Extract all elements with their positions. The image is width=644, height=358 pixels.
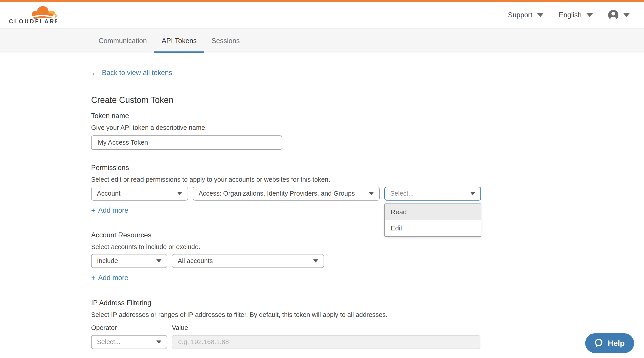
- tab-label: Communication: [98, 37, 147, 45]
- tab-api-tokens[interactable]: API Tokens: [154, 29, 204, 53]
- plus-icon: +: [91, 274, 95, 281]
- operator-label: Operator: [91, 324, 172, 331]
- account-resources-add-more-link[interactable]: + Add more: [91, 274, 128, 282]
- ip-operator-select[interactable]: Select...: [91, 335, 167, 349]
- tab-label: Sessions: [212, 37, 240, 45]
- resource-mode-value: Include: [97, 257, 118, 265]
- account-menu[interactable]: [608, 10, 630, 20]
- permissions-heading: Permissions: [91, 164, 644, 172]
- resource-accounts-value: All accounts: [178, 257, 213, 265]
- support-menu[interactable]: Support: [508, 11, 544, 19]
- token-name-input[interactable]: [91, 135, 282, 150]
- chevron-down-icon: [156, 259, 161, 262]
- help-button-label: Help: [608, 339, 625, 348]
- tab-communication[interactable]: Communication: [91, 29, 154, 53]
- support-menu-label: Support: [508, 11, 532, 19]
- arrow-left-icon: ←: [91, 69, 99, 77]
- permission-level-placeholder: Select...: [390, 190, 414, 197]
- tab-label: API Tokens: [162, 37, 196, 45]
- account-resources-section: Account Resources Select accounts to inc…: [91, 231, 644, 282]
- language-menu[interactable]: English: [559, 11, 593, 19]
- add-more-label: Add more: [98, 274, 128, 282]
- account-resources-heading: Account Resources: [91, 231, 644, 239]
- account-resources-description: Select accounts to include or exclude.: [91, 243, 644, 251]
- cloudflare-logo[interactable]: CLOUDFLARE: [9, 6, 57, 24]
- create-token-page: ← Back to view all tokens Create Custom …: [0, 53, 644, 349]
- permission-level-select[interactable]: Select...: [384, 187, 481, 201]
- chevron-down-icon: [470, 192, 475, 195]
- user-avatar-icon: [608, 10, 618, 20]
- chevron-down-icon: [537, 13, 544, 17]
- permission-group-value: Access: Organizations, Identity Provider…: [198, 190, 355, 197]
- ip-filtering-heading: IP Address Filtering: [91, 299, 644, 307]
- back-link[interactable]: ← Back to view all tokens: [91, 69, 172, 77]
- permissions-description: Select edit or read permissions to apply…: [91, 176, 644, 183]
- chat-bubble-icon: [593, 338, 604, 348]
- token-name-section: Token name Give your API token a descrip…: [91, 112, 644, 150]
- value-label: Value: [172, 324, 188, 331]
- permissions-add-more-link[interactable]: + Add more: [91, 206, 128, 214]
- app-header: CLOUDFLARE Support English: [0, 2, 644, 28]
- add-more-label: Add more: [98, 206, 128, 214]
- permission-level-dropdown: Read Edit: [384, 203, 481, 237]
- resource-mode-select[interactable]: Include: [91, 254, 167, 268]
- back-link-label: Back to view all tokens: [102, 69, 172, 77]
- resource-accounts-select[interactable]: All accounts: [172, 254, 324, 268]
- brand-accent-bar: [0, 0, 644, 2]
- ip-value-input[interactable]: [172, 335, 480, 349]
- language-menu-label: English: [559, 11, 582, 19]
- dropdown-option-read[interactable]: Read: [385, 204, 481, 220]
- permissions-section: Permissions Select edit or read permissi…: [91, 164, 644, 214]
- chevron-down-icon: [313, 259, 318, 262]
- ip-operator-placeholder: Select...: [97, 338, 120, 346]
- help-button[interactable]: Help: [585, 333, 634, 353]
- chevron-down-icon: [586, 13, 593, 17]
- token-name-description: Give your API token a descriptive name.: [91, 124, 644, 131]
- chevron-down-icon: [156, 340, 161, 344]
- permission-group-select[interactable]: Access: Organizations, Identity Provider…: [193, 187, 380, 201]
- ip-filtering-section: IP Address Filtering Select IP addresses…: [91, 299, 644, 349]
- profile-tabs: Communication API Tokens Sessions: [0, 28, 644, 53]
- permission-scope-select[interactable]: Account: [91, 187, 188, 201]
- tab-sessions[interactable]: Sessions: [204, 29, 247, 53]
- chevron-down-icon: [623, 13, 630, 17]
- token-name-heading: Token name: [91, 112, 644, 120]
- chevron-down-icon: [369, 192, 374, 195]
- cloudflare-logo-graphic: CLOUDFLARE: [9, 6, 57, 24]
- chevron-down-icon: [177, 192, 182, 195]
- permission-scope-value: Account: [97, 190, 120, 197]
- logo-wordmark: CLOUDFLARE: [9, 18, 57, 24]
- page-title: Create Custom Token: [91, 95, 644, 105]
- ip-filtering-description: Select IP addresses or ranges of IP addr…: [91, 311, 644, 318]
- plus-icon: +: [91, 207, 95, 214]
- dropdown-option-edit[interactable]: Edit: [385, 220, 481, 236]
